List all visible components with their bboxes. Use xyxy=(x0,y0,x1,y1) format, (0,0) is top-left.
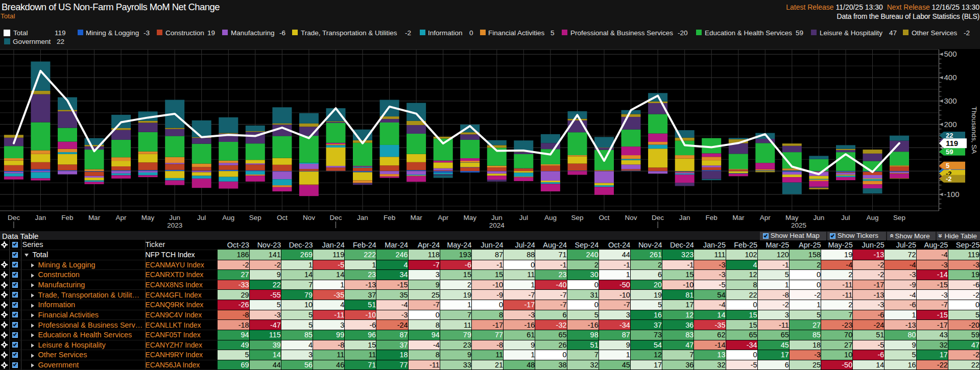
svg-text:Jan: Jan xyxy=(357,214,368,221)
svg-text:May: May xyxy=(141,214,155,221)
svg-text:Mar: Mar xyxy=(88,214,101,221)
svg-text:Dec: Dec xyxy=(329,214,342,221)
svg-text:400: 400 xyxy=(944,73,957,82)
svg-text:Jun: Jun xyxy=(491,214,503,221)
svg-text:May: May xyxy=(785,214,799,221)
svg-text:22: 22 xyxy=(946,132,953,139)
svg-text:2023: 2023 xyxy=(167,221,182,229)
svg-text:500: 500 xyxy=(944,50,957,58)
svg-text:-100: -100 xyxy=(944,190,960,199)
svg-text:2024: 2024 xyxy=(489,221,505,229)
svg-text:Oct: Oct xyxy=(599,214,609,221)
svg-text:200: 200 xyxy=(944,120,957,129)
svg-text:-2: -2 xyxy=(946,175,952,183)
svg-text:2025: 2025 xyxy=(791,221,806,229)
svg-text:Mar: Mar xyxy=(732,214,745,221)
svg-text:Feb: Feb xyxy=(384,214,395,221)
svg-text:Jul: Jul xyxy=(841,214,850,221)
svg-text:Feb: Feb xyxy=(706,214,718,221)
svg-text:Jan: Jan xyxy=(679,214,690,221)
svg-text:May: May xyxy=(463,214,476,221)
svg-text:Sep: Sep xyxy=(571,214,583,221)
svg-text:Mar: Mar xyxy=(410,214,422,221)
svg-text:Aug: Aug xyxy=(544,214,557,221)
svg-text:Oct: Oct xyxy=(277,214,288,221)
svg-text:59: 59 xyxy=(946,148,953,156)
svg-text:Jan: Jan xyxy=(35,214,46,221)
svg-text:Apr: Apr xyxy=(438,214,449,221)
svg-text:Aug: Aug xyxy=(866,214,878,221)
svg-text:Thousands, SA: Thousands, SA xyxy=(970,107,978,154)
svg-text:119: 119 xyxy=(946,139,958,147)
svg-text:Jul: Jul xyxy=(197,214,206,221)
svg-text:Nov: Nov xyxy=(303,214,315,221)
svg-text:Jun: Jun xyxy=(169,214,180,221)
svg-text:300: 300 xyxy=(944,96,957,105)
svg-text:Sep: Sep xyxy=(249,214,261,221)
svg-text:Feb: Feb xyxy=(61,214,73,221)
svg-text:Dec: Dec xyxy=(652,214,664,221)
svg-text:Jul: Jul xyxy=(519,214,528,221)
svg-text:Aug: Aug xyxy=(222,214,234,221)
svg-text:Dec: Dec xyxy=(8,214,20,221)
svg-text:Apr: Apr xyxy=(760,214,771,221)
svg-text:Apr: Apr xyxy=(116,214,127,221)
svg-text:5: 5 xyxy=(946,162,949,169)
svg-text:Sep: Sep xyxy=(893,214,905,221)
svg-text:Jun: Jun xyxy=(814,214,825,221)
svg-text:Nov: Nov xyxy=(625,214,637,221)
